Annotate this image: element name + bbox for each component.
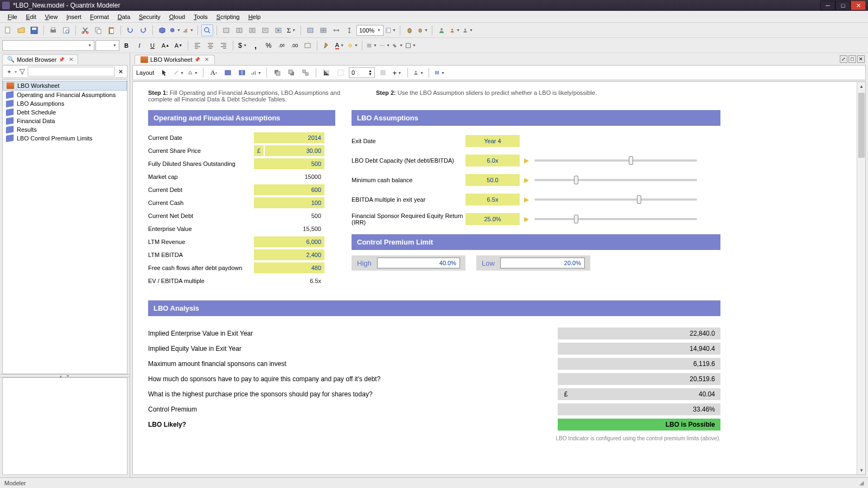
increase-decimal-button[interactable]: .00: [276, 40, 288, 52]
slider-track[interactable]: [534, 218, 697, 220]
insert-item-button[interactable]: [233, 24, 245, 36]
menu-help[interactable]: Help: [244, 12, 265, 21]
paste-button[interactable]: [105, 24, 117, 36]
table-view-button[interactable]: [304, 24, 316, 36]
menu-file[interactable]: File: [3, 12, 22, 21]
cut-button[interactable]: [79, 24, 91, 36]
restore-panel-button[interactable]: ⤢: [840, 55, 847, 63]
menu-tools[interactable]: Tools: [189, 12, 212, 21]
align-center-button[interactable]: [205, 40, 216, 52]
play-icon[interactable]: ▶: [524, 215, 529, 223]
ofa-value[interactable]: 480: [254, 262, 324, 273]
percent-button[interactable]: %: [263, 40, 275, 52]
model-tree[interactable]: LBO WorksheetOperating and Financial Ass…: [2, 79, 127, 374]
currency-button[interactable]: $▼: [237, 40, 248, 52]
lboa-value[interactable]: Year 4: [465, 135, 520, 147]
scroll-thumb[interactable]: [858, 93, 865, 158]
lboa-value[interactable]: 6.0x: [465, 155, 520, 166]
new-chart-button[interactable]: ▼: [182, 24, 194, 36]
tree-item[interactable]: LBO Worksheet: [3, 81, 127, 91]
ofa-value[interactable]: 2014: [254, 132, 324, 143]
font-family-combo[interactable]: ▼: [2, 40, 94, 51]
pin-icon[interactable]: 📌: [59, 57, 65, 62]
window-maximize-button[interactable]: □: [835, 1, 851, 10]
fill-color-button[interactable]: ▼: [347, 40, 359, 52]
grid-view-button[interactable]: [317, 24, 329, 36]
menu-insert[interactable]: Insert: [62, 12, 86, 21]
link-button[interactable]: [272, 24, 284, 36]
increase-font-button[interactable]: A▲: [159, 40, 171, 52]
menu-security[interactable]: Security: [135, 12, 165, 21]
lboa-value[interactable]: 25.0%: [465, 213, 520, 225]
menu-edit[interactable]: Edit: [22, 12, 41, 21]
ofa-value[interactable]: 2,400: [254, 249, 324, 260]
slider-track[interactable]: [534, 179, 697, 181]
close-panel-button[interactable]: ✕: [857, 55, 865, 63]
align-left-button[interactable]: [192, 40, 203, 52]
ofa-value[interactable]: 100: [254, 197, 324, 208]
decrease-font-button[interactable]: A▼: [173, 40, 184, 52]
ofa-value[interactable]: 500: [254, 158, 324, 169]
send-back-button[interactable]: [285, 67, 297, 79]
worksheet-tab[interactable]: LBO Worksheet 📌 ✕: [135, 55, 215, 64]
print-button[interactable]: [47, 24, 59, 36]
copy-button[interactable]: [92, 24, 104, 36]
arrange-button[interactable]: ▼: [433, 67, 445, 79]
underline-button[interactable]: U: [146, 40, 158, 52]
gridlines-button[interactable]: [377, 67, 389, 79]
model-browser-tab[interactable]: 🔍 Model Browser 📌 ✕: [2, 54, 78, 64]
new-button[interactable]: [2, 24, 14, 36]
slider-thumb[interactable]: [629, 156, 633, 165]
fit-height-button[interactable]: [343, 24, 355, 36]
window-minimize-button[interactable]: ─: [820, 1, 835, 10]
snap-grid-button[interactable]: [321, 67, 333, 79]
scroll-up-icon[interactable]: ▲: [857, 82, 866, 91]
worksheet-scroll-region[interactable]: Step 1: Fill Operating and Financial Ass…: [133, 82, 857, 474]
insert-grid-button[interactable]: [236, 67, 248, 79]
bold-button[interactable]: B: [120, 40, 132, 52]
lboa-value[interactable]: 6.5x: [465, 194, 520, 206]
tree-item[interactable]: LBO Control Premium Limits: [3, 134, 127, 143]
filter-button[interactable]: [18, 67, 27, 76]
pin-icon[interactable]: 📌: [194, 57, 200, 62]
menu-format[interactable]: Format: [86, 12, 113, 21]
menu-view[interactable]: View: [41, 12, 62, 21]
add-button[interactable]: +: [5, 67, 14, 76]
window-close-button[interactable]: ✕: [851, 1, 866, 10]
close-panel-icon[interactable]: ✕: [69, 56, 73, 62]
group-button[interactable]: [299, 67, 311, 79]
collapse-button[interactable]: −: [259, 24, 271, 36]
text-tool[interactable]: A+: [208, 67, 220, 79]
tree-item[interactable]: LBO Assumptions: [3, 99, 127, 108]
show-grid-button[interactable]: [335, 67, 347, 79]
menu-scripting[interactable]: Scripting: [212, 12, 244, 21]
italic-button[interactable]: I: [133, 40, 145, 52]
paint-format-button[interactable]: [321, 40, 333, 52]
scroll-down-icon[interactable]: ▼: [857, 466, 866, 474]
print-preview-button[interactable]: [60, 24, 72, 36]
fit-width-button[interactable]: [330, 24, 342, 36]
slider-thumb[interactable]: [574, 215, 578, 223]
decrease-decimal-button[interactable]: .00: [289, 40, 301, 52]
resize-grip-icon[interactable]: ◢: [859, 479, 864, 486]
insert-view-button[interactable]: [222, 67, 234, 79]
grid3d-drop-button[interactable]: ▼: [417, 24, 429, 36]
menu-data[interactable]: Data: [113, 12, 135, 21]
role1-button[interactable]: [436, 24, 448, 36]
play-icon[interactable]: ▶: [524, 196, 529, 203]
border-weight-button[interactable]: ▼: [366, 40, 378, 52]
play-icon[interactable]: ▶: [524, 157, 529, 164]
close-tab-icon[interactable]: ✕: [205, 56, 209, 62]
ofa-value[interactable]: 600: [254, 184, 324, 195]
browser-search-input[interactable]: [28, 67, 115, 76]
save-button[interactable]: [28, 24, 40, 36]
slider-thumb[interactable]: [637, 195, 641, 204]
borders-button[interactable]: ▼: [405, 40, 417, 52]
play-icon[interactable]: ▶: [524, 176, 529, 184]
vertical-scrollbar[interactable]: ▲ ▼: [857, 82, 865, 474]
line-tool[interactable]: ▼: [173, 67, 184, 79]
zoom-combo[interactable]: 100%▼: [356, 25, 384, 36]
sum-button[interactable]: Σ▼: [285, 24, 297, 36]
cpl-high-value[interactable]: 40.0%: [377, 258, 460, 268]
align-right-button[interactable]: [218, 40, 229, 52]
